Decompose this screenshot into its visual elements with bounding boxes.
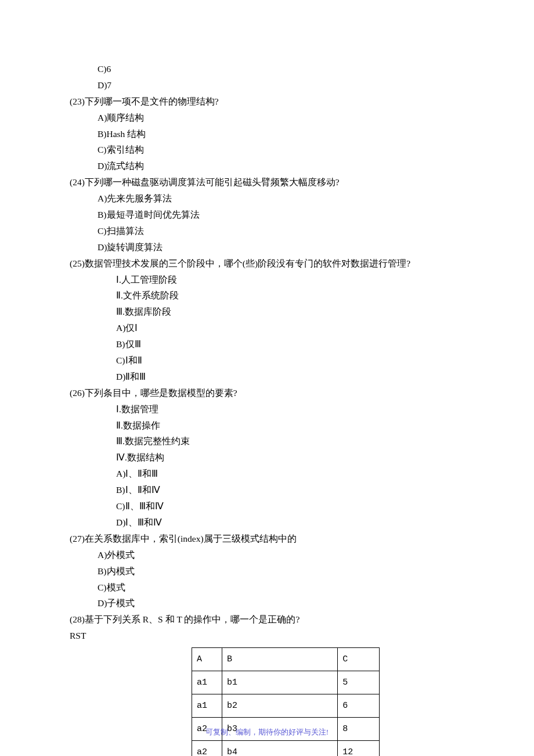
question-26-option-b: B)Ⅰ、Ⅱ和Ⅳ (70, 482, 464, 498)
cell: b2 (222, 694, 337, 718)
cell: B (222, 648, 337, 671)
question-25-option-a: A)仅Ⅰ (70, 320, 464, 336)
question-25-stem: (25)数据管理技术发展的三个阶段中，哪个(些)阶段没有专门的软件对数据进行管理… (70, 255, 464, 272)
question-24-option-d: D)旋转调度算法 (70, 239, 464, 255)
question-28-stem: (28)基于下列关系 R、S 和 T 的操作中，哪一个是正确的? (70, 611, 464, 628)
question-23-option-c: C)索引结构 (70, 142, 464, 158)
cell: A (192, 648, 222, 671)
question-24-option-c: C)扫描算法 (70, 223, 464, 239)
cell: C (338, 648, 380, 671)
question-25-roman-1: Ⅰ.人工管理阶段 (70, 272, 464, 288)
cell: a1 (192, 671, 222, 694)
relation-table: A B C a1 b1 5 a1 b2 6 a2 b3 8 a2 b4 12 (192, 647, 464, 756)
table-row: a1 b2 6 (192, 694, 380, 718)
question-23-option-a: A)顺序结构 (70, 110, 464, 126)
question-25-option-d: D)Ⅱ和Ⅲ (70, 369, 464, 385)
option-c: C)6 (70, 61, 464, 77)
option-d: D)7 (70, 77, 464, 93)
question-27-option-c: C)模式 (70, 579, 464, 596)
question-26-roman-4: Ⅳ.数据结构 (70, 449, 464, 466)
question-25-roman-3: Ⅲ.数据库阶段 (70, 304, 464, 320)
cell: a1 (192, 694, 222, 718)
question-23-option-b: B)Hash 结构 (70, 126, 464, 142)
question-26-roman-3: Ⅲ.数据完整性约束 (70, 433, 464, 449)
question-24-stem: (24)下列哪一种磁盘驱动调度算法可能引起磁头臂频繁大幅度移动? (70, 174, 464, 190)
question-25-option-c: C)Ⅰ和Ⅱ (70, 352, 464, 369)
table-row: a2 b4 12 (192, 741, 380, 756)
question-25-roman-2: Ⅱ.文件系统阶段 (70, 287, 464, 304)
cell: 12 (338, 741, 380, 756)
table-row: a1 b1 5 (192, 671, 380, 694)
question-25-option-b: B)仅Ⅲ (70, 336, 464, 352)
cell: a2 (192, 741, 222, 756)
question-26-roman-2: Ⅱ.数据操作 (70, 417, 464, 434)
question-24-option-b: B)最短寻道时间优先算法 (70, 207, 464, 223)
question-27-option-d: D)子模式 (70, 595, 464, 611)
page-footer: 可复制、编制，期待你的好评与关注! (0, 725, 534, 739)
question-23-stem: (23)下列哪一项不是文件的物理结构? (70, 93, 464, 110)
question-23-option-d: D)流式结构 (70, 158, 464, 174)
question-26-option-a: A)Ⅰ、Ⅱ和Ⅲ (70, 466, 464, 482)
cell: 5 (338, 671, 380, 694)
question-27-option-b: B)内模式 (70, 563, 464, 579)
question-24-option-a: A)先来先服务算法 (70, 190, 464, 207)
question-26-option-d: D)Ⅰ、Ⅲ和Ⅳ (70, 514, 464, 531)
table-row: A B C (192, 648, 380, 671)
cell: b4 (222, 741, 337, 756)
cell: 6 (338, 694, 380, 718)
question-26-stem: (26)下列条目中，哪些是数据模型的要素? (70, 385, 464, 401)
question-28-label: RST (70, 628, 464, 644)
question-26-option-c: C)Ⅱ、Ⅲ和Ⅳ (70, 498, 464, 514)
cell: b1 (222, 671, 337, 694)
question-27-option-a: A)外模式 (70, 547, 464, 563)
question-27-stem: (27)在关系数据库中，索引(index)属于三级模式结构中的 (70, 531, 464, 547)
question-26-roman-1: Ⅰ.数据管理 (70, 401, 464, 417)
